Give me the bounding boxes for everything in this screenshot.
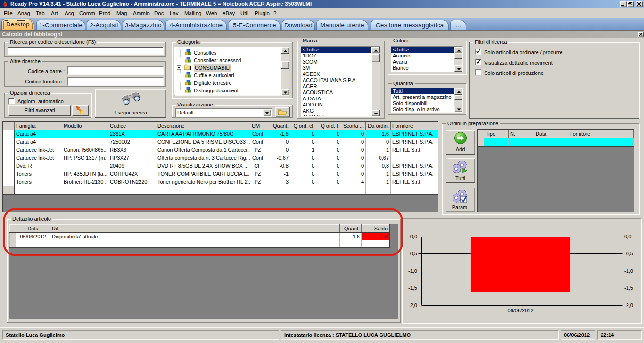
svg-text:-0,5: -0,5: [408, 251, 417, 256]
svg-text:-0,5: -0,5: [624, 251, 633, 256]
svg-text:-1,5: -1,5: [408, 285, 417, 291]
svg-text:-2,0: -2,0: [624, 302, 633, 308]
svg-text:-1,0: -1,0: [624, 268, 633, 274]
svg-text:-1,0: -1,0: [408, 268, 417, 274]
svg-text:-1,5: -1,5: [624, 285, 633, 291]
svg-text:-2,0: -2,0: [408, 302, 417, 308]
svg-text:0,0: 0,0: [410, 234, 417, 239]
svg-text:06/06/2012: 06/06/2012: [507, 308, 533, 313]
svg-text:0,0: 0,0: [624, 234, 631, 239]
